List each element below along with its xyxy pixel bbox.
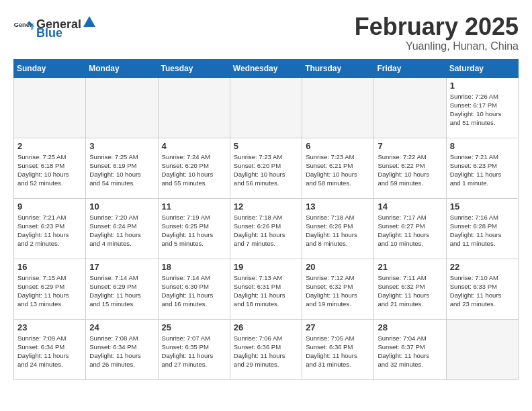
calendar-cell: 6Sunrise: 7:23 AM Sunset: 6:21 PM Daylig… [302,138,374,198]
calendar-week-4: 16Sunrise: 7:15 AM Sunset: 6:29 PM Dayli… [14,259,519,319]
day-info: Sunrise: 7:11 AM Sunset: 6:32 PM Dayligh… [378,273,442,309]
calendar-cell: 22Sunrise: 7:10 AM Sunset: 6:33 PM Dayli… [446,259,518,319]
day-number: 15 [450,201,515,212]
day-info: Sunrise: 7:13 AM Sunset: 6:31 PM Dayligh… [234,273,298,309]
day-number: 22 [450,262,515,272]
calendar-cell: 11Sunrise: 7:19 AM Sunset: 6:25 PM Dayli… [158,198,230,259]
day-info: Sunrise: 7:17 AM Sunset: 6:27 PM Dayligh… [378,213,442,248]
calendar-cell: 23Sunrise: 7:09 AM Sunset: 6:34 PM Dayli… [14,319,86,379]
day-number: 20 [306,262,370,272]
day-info: Sunrise: 7:25 AM Sunset: 6:18 PM Dayligh… [17,152,82,188]
day-number: 8 [450,141,515,151]
calendar-cell: 27Sunrise: 7:05 AM Sunset: 6:36 PM Dayli… [302,319,374,379]
day-number: 12 [234,201,298,212]
calendar-cell: 28Sunrise: 7:04 AM Sunset: 6:37 PM Dayli… [374,319,446,379]
day-info: Sunrise: 7:23 AM Sunset: 6:20 PM Dayligh… [234,152,298,188]
weekday-header-monday: Monday [86,59,158,77]
weekday-header-row: SundayMondayTuesdayWednesdayThursdayFrid… [14,59,519,77]
day-info: Sunrise: 7:23 AM Sunset: 6:21 PM Dayligh… [306,152,370,188]
logo: General General Blue [13,13,97,40]
day-info: Sunrise: 7:18 AM Sunset: 6:26 PM Dayligh… [306,213,370,248]
day-info: Sunrise: 7:10 AM Sunset: 6:33 PM Dayligh… [450,273,515,309]
day-info: Sunrise: 7:25 AM Sunset: 6:19 PM Dayligh… [89,152,154,188]
day-number: 23 [17,322,82,332]
day-info: Sunrise: 7:06 AM Sunset: 6:36 PM Dayligh… [234,334,298,369]
day-number: 4 [162,141,226,151]
day-number: 10 [89,201,154,212]
title-block: February 2025 Yuanling, Hunan, China [355,13,519,52]
calendar-cell [14,77,86,138]
location-title: Yuanling, Hunan, China [355,40,519,52]
day-number: 7 [378,141,442,151]
calendar-cell: 5Sunrise: 7:23 AM Sunset: 6:20 PM Daylig… [230,138,302,198]
day-info: Sunrise: 7:07 AM Sunset: 6:35 PM Dayligh… [162,334,226,369]
day-info: Sunrise: 7:09 AM Sunset: 6:34 PM Dayligh… [17,334,82,369]
svg-marker-1 [83,16,95,27]
weekday-header-thursday: Thursday [302,59,374,77]
calendar-cell: 13Sunrise: 7:18 AM Sunset: 6:26 PM Dayli… [302,198,374,259]
calendar-cell: 21Sunrise: 7:11 AM Sunset: 6:32 PM Dayli… [374,259,446,319]
day-number: 9 [17,201,82,212]
day-info: Sunrise: 7:08 AM Sunset: 6:34 PM Dayligh… [89,334,154,369]
calendar-week-1: 1Sunrise: 7:26 AM Sunset: 6:17 PM Daylig… [14,77,519,138]
calendar-cell: 15Sunrise: 7:16 AM Sunset: 6:28 PM Dayli… [446,198,518,259]
day-number: 27 [306,322,370,332]
calendar-cell [86,77,158,138]
day-number: 26 [234,322,298,332]
calendar-week-3: 9Sunrise: 7:21 AM Sunset: 6:23 PM Daylig… [14,198,519,259]
calendar-cell: 18Sunrise: 7:14 AM Sunset: 6:30 PM Dayli… [158,259,230,319]
day-number: 14 [378,201,442,212]
calendar-cell [446,319,518,379]
calendar-cell: 20Sunrise: 7:12 AM Sunset: 6:32 PM Dayli… [302,259,374,319]
day-number: 17 [89,262,154,272]
day-info: Sunrise: 7:16 AM Sunset: 6:28 PM Dayligh… [450,213,515,248]
day-number: 16 [17,262,82,272]
page-header: General General Blue February 2025 Yuanl… [13,13,519,52]
calendar-cell [158,77,230,138]
calendar-cell: 12Sunrise: 7:18 AM Sunset: 6:26 PM Dayli… [230,198,302,259]
calendar-cell: 9Sunrise: 7:21 AM Sunset: 6:23 PM Daylig… [14,198,86,259]
calendar-cell: 4Sunrise: 7:24 AM Sunset: 6:20 PM Daylig… [158,138,230,198]
day-info: Sunrise: 7:26 AM Sunset: 6:17 PM Dayligh… [450,92,515,128]
day-info: Sunrise: 7:12 AM Sunset: 6:32 PM Dayligh… [306,273,370,309]
calendar-cell: 14Sunrise: 7:17 AM Sunset: 6:27 PM Dayli… [374,198,446,259]
calendar-cell: 24Sunrise: 7:08 AM Sunset: 6:34 PM Dayli… [86,319,158,379]
day-info: Sunrise: 7:04 AM Sunset: 6:37 PM Dayligh… [378,334,442,369]
day-info: Sunrise: 7:14 AM Sunset: 6:30 PM Dayligh… [162,273,226,309]
day-number: 3 [89,141,154,151]
day-number: 2 [17,141,82,151]
day-number: 13 [306,201,370,212]
calendar-table: SundayMondayTuesdayWednesdayThursdayFrid… [13,59,519,380]
calendar-cell [374,77,446,138]
day-number: 21 [378,262,442,272]
logo-icon: General [13,20,34,34]
weekday-header-sunday: Sunday [14,59,86,77]
weekday-header-wednesday: Wednesday [230,59,302,77]
calendar-cell: 16Sunrise: 7:15 AM Sunset: 6:29 PM Dayli… [14,259,86,319]
calendar-cell: 8Sunrise: 7:21 AM Sunset: 6:23 PM Daylig… [446,138,518,198]
calendar-cell [302,77,374,138]
day-number: 11 [162,201,226,212]
day-number: 19 [234,262,298,272]
day-info: Sunrise: 7:21 AM Sunset: 6:23 PM Dayligh… [17,213,82,248]
calendar-cell: 26Sunrise: 7:06 AM Sunset: 6:36 PM Dayli… [230,319,302,379]
day-number: 5 [234,141,298,151]
calendar-cell: 10Sunrise: 7:20 AM Sunset: 6:24 PM Dayli… [86,198,158,259]
day-info: Sunrise: 7:22 AM Sunset: 6:22 PM Dayligh… [378,152,442,188]
day-info: Sunrise: 7:05 AM Sunset: 6:36 PM Dayligh… [306,334,370,369]
day-number: 1 [450,81,515,91]
weekday-header-saturday: Saturday [446,59,518,77]
calendar-week-5: 23Sunrise: 7:09 AM Sunset: 6:34 PM Dayli… [14,319,519,379]
day-info: Sunrise: 7:15 AM Sunset: 6:29 PM Dayligh… [17,273,82,309]
month-title: February 2025 [355,13,519,40]
calendar-cell [230,77,302,138]
day-number: 18 [162,262,226,272]
calendar-cell: 2Sunrise: 7:25 AM Sunset: 6:18 PM Daylig… [14,138,86,198]
day-number: 6 [306,141,370,151]
day-info: Sunrise: 7:18 AM Sunset: 6:26 PM Dayligh… [234,213,298,248]
day-info: Sunrise: 7:14 AM Sunset: 6:29 PM Dayligh… [89,273,154,309]
calendar-cell: 25Sunrise: 7:07 AM Sunset: 6:35 PM Dayli… [158,319,230,379]
calendar-cell: 19Sunrise: 7:13 AM Sunset: 6:31 PM Dayli… [230,259,302,319]
logo-triangle-icon [82,13,97,28]
calendar-cell: 7Sunrise: 7:22 AM Sunset: 6:22 PM Daylig… [374,138,446,198]
